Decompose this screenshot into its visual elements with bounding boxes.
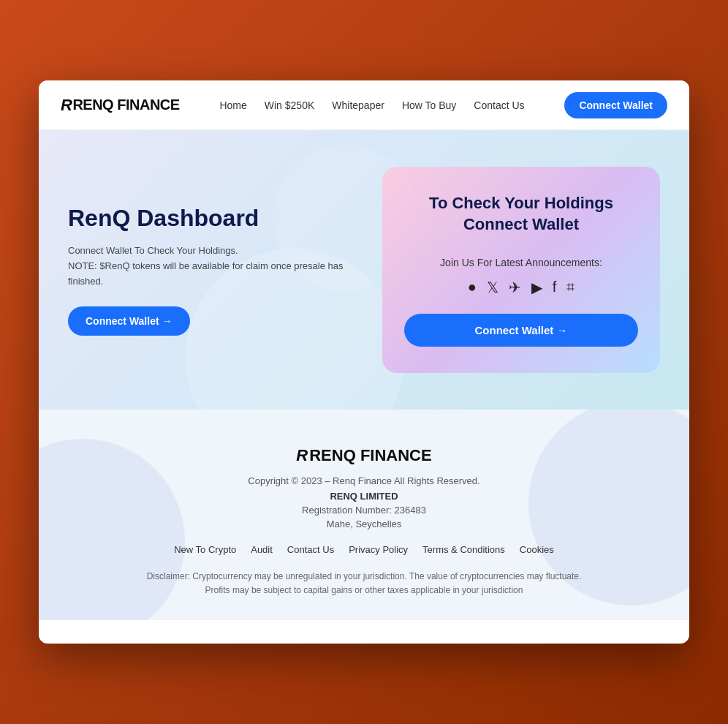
telegram-icon[interactable]: ✈ — [509, 279, 521, 296]
youtube-icon[interactable]: ▶ — [531, 279, 542, 296]
logo-text: RENQ FINANCE — [72, 97, 179, 113]
browser-window: R RENQ FINANCE Home Win $250K Whitepaper… — [39, 80, 689, 644]
social-icons: ● 𝕏 ✈ ▶ f ⌗ — [404, 279, 638, 296]
nav-item-contact[interactable]: Contact Us — [474, 99, 524, 112]
nav-item-win[interactable]: Win $250K — [265, 99, 314, 112]
nav-item-howtobuy[interactable]: How To Buy — [402, 99, 456, 112]
footer-link-contact[interactable]: Contact Us — [287, 544, 334, 555]
footer-link-audit[interactable]: Audit — [251, 544, 273, 555]
hero-section: RenQ Dashboard Connect Wallet To Check Y… — [39, 130, 689, 410]
wallet-card-connect-button[interactable]: Connect Wallet → — [404, 314, 638, 347]
footer-links: New To Crypto Audit Contact Us Privacy P… — [68, 544, 660, 555]
hero-title: RenQ Dashboard — [68, 204, 353, 232]
nav-item-whitepaper[interactable]: Whitepaper — [332, 99, 384, 112]
hero-right: To Check Your Holdings Connect Wallet Jo… — [382, 167, 660, 373]
hero-left: RenQ Dashboard Connect Wallet To Check Y… — [68, 204, 353, 336]
wallet-card: To Check Your Holdings Connect Wallet Jo… — [382, 167, 660, 373]
facebook-icon[interactable]: f — [553, 279, 557, 296]
discord-icon[interactable]: ⌗ — [566, 279, 575, 296]
footer-company: RENQ LIMITED — [68, 491, 660, 502]
hero-description: Connect Wallet To Check Your Holdings. N… — [68, 244, 353, 289]
nav-links: Home Win $250K Whitepaper How To Buy Con… — [219, 99, 524, 112]
footer-link-new-crypto[interactable]: New To Crypto — [174, 544, 236, 555]
footer-logo-text: RENQ FINANCE — [309, 446, 431, 465]
logo: R RENQ FINANCE — [61, 96, 180, 115]
nav-connect-wallet-button[interactable]: Connect Wallet — [564, 92, 667, 118]
footer-disclaimer: Disclaimer: Cryptocurrency may be unregu… — [145, 570, 583, 597]
footer-link-privacy[interactable]: Privacy Policy — [349, 544, 408, 555]
footer-logo: R RENQ FINANCE — [68, 446, 660, 465]
footer-location: Mahe, Seychelles — [68, 519, 660, 529]
hero-connect-wallet-button[interactable]: Connect Wallet → — [68, 306, 190, 336]
footer-copyright: Copyright © 2023 – Renq Finance All Righ… — [68, 475, 660, 486]
navbar: R RENQ FINANCE Home Win $250K Whitepaper… — [39, 80, 689, 130]
wallet-card-title: To Check Your Holdings Connect Wallet — [404, 193, 638, 235]
footer-registration: Registration Number: 236483 — [68, 505, 660, 516]
footer-logo-r: R — [296, 446, 308, 465]
footer-inner: R RENQ FINANCE Copyright © 2023 – Renq F… — [68, 446, 660, 597]
nav-item-home[interactable]: Home — [219, 99, 246, 112]
logo-r-icon: R — [61, 96, 72, 115]
footer-link-cookies[interactable]: Cookies — [520, 544, 554, 555]
join-text: Join Us For Latest Announcements: — [404, 257, 638, 268]
twitter-icon[interactable]: 𝕏 — [487, 279, 498, 296]
footer: R RENQ FINANCE Copyright © 2023 – Renq F… — [39, 410, 689, 619]
instagram-icon[interactable]: ● — [468, 279, 477, 296]
footer-link-terms[interactable]: Terms & Conditions — [422, 544, 505, 555]
